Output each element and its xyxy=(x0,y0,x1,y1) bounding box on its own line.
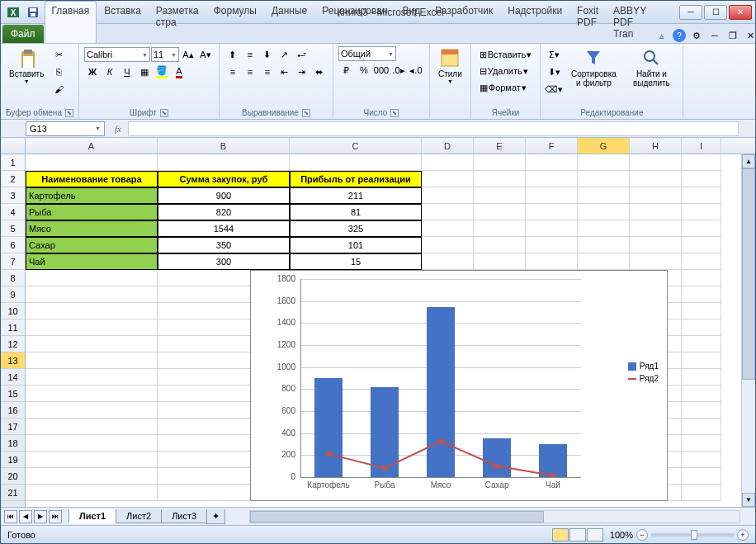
cell-H7[interactable] xyxy=(630,253,682,270)
cell-D4[interactable] xyxy=(422,204,474,220)
col-header-D[interactable]: D xyxy=(422,138,474,154)
cell-G6[interactable] xyxy=(578,237,630,253)
autosum-icon[interactable]: Σ▾ xyxy=(546,46,562,63)
cell-C2[interactable]: Прибыль от реализации xyxy=(290,171,422,187)
cell-B4[interactable]: 820 xyxy=(158,204,290,220)
cell-F5[interactable] xyxy=(526,220,578,237)
clear-icon[interactable]: ⌫▾ xyxy=(546,81,562,97)
cell-A17[interactable] xyxy=(26,419,158,435)
delete-cells-button[interactable]: ⊟ Удалить ▾ xyxy=(476,63,532,79)
underline-button[interactable]: Ч xyxy=(119,64,135,80)
cell-C1[interactable] xyxy=(290,154,422,171)
cell-D5[interactable] xyxy=(422,220,474,237)
chart-bar-4[interactable] xyxy=(539,444,567,477)
row-header-8[interactable]: 8 xyxy=(1,270,25,286)
cell-E3[interactable] xyxy=(474,187,526,204)
horizontal-scrollbar[interactable] xyxy=(249,510,740,523)
sheet-tab-2[interactable]: Лист3 xyxy=(161,509,207,523)
doc-close-icon[interactable]: ✕ xyxy=(744,28,756,43)
embedded-chart[interactable]: 020040060080010001200140016001800Картофе… xyxy=(250,270,668,501)
cell-B1[interactable] xyxy=(158,154,290,171)
col-header-I[interactable]: I xyxy=(682,138,721,154)
sheet-nav-next[interactable]: ▶ xyxy=(34,510,47,523)
cell-C5[interactable]: 325 xyxy=(290,220,422,237)
cell-I12[interactable] xyxy=(682,336,721,352)
cell-E7[interactable] xyxy=(474,253,526,270)
row-header-2[interactable]: 2 xyxy=(1,171,25,187)
cell-I19[interactable] xyxy=(682,452,721,468)
doc-minimize-icon[interactable]: ─ xyxy=(707,28,722,43)
row-header-19[interactable]: 19 xyxy=(1,452,25,468)
font-name-combo[interactable]: Calibri▼ xyxy=(84,47,150,62)
cell-B5[interactable]: 1544 xyxy=(158,220,290,237)
row-header-4[interactable]: 4 xyxy=(1,204,25,220)
cell-I4[interactable] xyxy=(682,204,721,220)
cell-A5[interactable]: Мясо xyxy=(26,220,158,237)
cell-A20[interactable] xyxy=(26,468,158,485)
cell-H1[interactable] xyxy=(630,154,682,171)
row-header-20[interactable]: 20 xyxy=(1,468,25,485)
col-header-C[interactable]: C xyxy=(290,138,422,154)
paste-button[interactable]: Вставить ▼ xyxy=(6,46,47,86)
new-sheet-button[interactable]: ✦ xyxy=(206,509,225,524)
cell-A10[interactable] xyxy=(26,303,158,319)
zoom-in-button[interactable]: + xyxy=(737,529,749,541)
col-header-G[interactable]: G xyxy=(578,138,630,154)
cell-H5[interactable] xyxy=(630,220,682,237)
fill-color-icon[interactable]: 🪣 xyxy=(154,64,170,80)
cell-H3[interactable] xyxy=(630,187,682,204)
row-header-9[interactable]: 9 xyxy=(1,286,25,303)
find-select-button[interactable]: Найти и выделить xyxy=(625,46,678,89)
ribbon-tab-7[interactable]: Разработчик xyxy=(428,1,500,43)
cell-I2[interactable] xyxy=(682,171,721,187)
wrap-text-icon[interactable]: ⮐ xyxy=(294,46,310,63)
cell-I18[interactable] xyxy=(682,435,721,452)
number-launcher[interactable]: ⬊ xyxy=(390,109,399,117)
cell-F2[interactable] xyxy=(526,171,578,187)
scroll-up-button[interactable]: ▲ xyxy=(742,154,755,168)
cell-A21[interactable] xyxy=(26,485,158,501)
align-right-icon[interactable]: ≡ xyxy=(259,64,276,80)
ribbon-tab-0[interactable]: Главная xyxy=(45,1,97,43)
cell-B6[interactable]: 350 xyxy=(158,237,290,253)
chart-bar-3[interactable] xyxy=(483,438,511,477)
increase-indent-icon[interactable]: ⇥ xyxy=(294,64,310,80)
ribbon-tab-5[interactable]: Рецензирован xyxy=(314,1,395,43)
close-button[interactable]: ✕ xyxy=(729,5,752,20)
ribbon-tab-4[interactable]: Данные xyxy=(264,1,314,43)
copy-icon[interactable]: ⎘ xyxy=(50,64,67,80)
row-header-12[interactable]: 12 xyxy=(1,336,25,352)
chart-bar-0[interactable] xyxy=(314,378,343,477)
name-box[interactable]: G13▼ xyxy=(26,121,105,136)
cell-I21[interactable] xyxy=(682,485,721,501)
minimize-ribbon-icon[interactable]: ▵ xyxy=(654,28,669,43)
chart-bar-1[interactable] xyxy=(371,387,399,477)
increase-decimal-icon[interactable]: .0▸ xyxy=(390,62,407,78)
cell-F7[interactable] xyxy=(526,253,578,270)
cell-A8[interactable] xyxy=(26,270,158,286)
ribbon-tab-1[interactable]: Вставка xyxy=(97,1,149,43)
ribbon-tab-10[interactable]: ABBYY PDF Tran xyxy=(606,1,654,43)
cell-A15[interactable] xyxy=(26,386,158,402)
row-header-6[interactable]: 6 xyxy=(1,237,25,253)
cell-F1[interactable] xyxy=(526,154,578,171)
zoom-thumb[interactable] xyxy=(691,530,697,540)
cell-A19[interactable] xyxy=(26,452,158,468)
decrease-decimal-icon[interactable]: ◂.0 xyxy=(408,62,424,78)
ribbon-tab-9[interactable]: Foxit PDF xyxy=(569,1,606,43)
font-size-combo[interactable]: 11▼ xyxy=(151,47,179,62)
formula-input[interactable] xyxy=(128,121,739,136)
font-launcher[interactable]: ⬊ xyxy=(160,109,168,117)
vscroll-thumb[interactable] xyxy=(742,168,755,380)
cell-A18[interactable] xyxy=(26,435,158,452)
cell-B2[interactable]: Сумма закупок, руб xyxy=(158,171,290,187)
bold-button[interactable]: Ж xyxy=(84,64,101,80)
cell-A4[interactable]: Рыба xyxy=(26,204,158,220)
italic-button[interactable]: К xyxy=(102,64,118,80)
col-header-B[interactable]: B xyxy=(158,138,290,154)
row-header-7[interactable]: 7 xyxy=(1,253,25,270)
cell-I3[interactable] xyxy=(682,187,721,204)
row-header-1[interactable]: 1 xyxy=(1,154,25,171)
cell-H6[interactable] xyxy=(630,237,682,253)
number-format-combo[interactable]: Общий▼ xyxy=(338,46,396,61)
